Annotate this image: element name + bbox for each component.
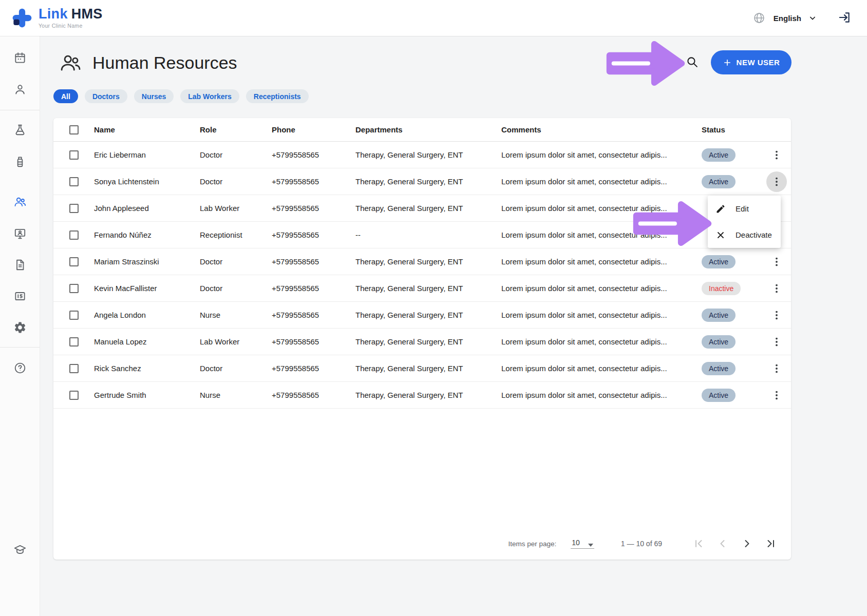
settings-gear-icon: [13, 321, 27, 334]
users-table-card: Name Role Phone Departments Comments Sta…: [53, 118, 791, 560]
row-checkbox[interactable]: [69, 150, 79, 160]
select-all-checkbox[interactable]: [69, 125, 79, 134]
filter-chip-nurses[interactable]: Nurses: [134, 89, 174, 103]
status-badge: Active: [702, 335, 736, 349]
sidebar-item-medicines[interactable]: [9, 150, 31, 173]
role-filter-chips: All Doctors Nurses Lab Workers Reception…: [53, 89, 309, 103]
chevron-down-icon[interactable]: [807, 13, 818, 23]
sidebar-item-human-resources[interactable]: [9, 190, 31, 213]
row-checkbox[interactable]: [69, 337, 79, 346]
row-checkbox[interactable]: [69, 311, 79, 320]
table-row: Angela London Nurse +5799558565 Therapy,…: [53, 302, 791, 329]
filter-chip-receptionists[interactable]: Receptionists: [246, 89, 309, 103]
row-phone: +5799558565: [272, 311, 355, 319]
sidebar-item-invoices[interactable]: [9, 254, 31, 276]
sidebar-item-settings[interactable]: [9, 316, 31, 339]
row-departments: Therapy, General Surgery, ENT: [355, 284, 501, 293]
pagination-range: 1 — 10 of 69: [621, 540, 662, 548]
row-name: John Appleseed: [94, 204, 200, 213]
brand-hms: HMS: [71, 6, 103, 22]
first-page-button[interactable]: [692, 537, 705, 550]
items-per-page-value: 10: [572, 538, 580, 547]
row-phone: +5799558565: [272, 230, 355, 239]
row-departments: Therapy, General Surgery, ENT: [355, 177, 501, 186]
row-name: Rick Sanchez: [94, 364, 200, 373]
row-menu-button[interactable]: [766, 171, 787, 192]
next-page-button[interactable]: [740, 537, 753, 550]
status-badge: Active: [702, 309, 736, 322]
row-checkbox[interactable]: [69, 204, 79, 213]
monitor-icon: [13, 227, 27, 240]
patient-icon: [13, 83, 27, 96]
row-comments: Lorem ipsum dolor sit amet, consectetur …: [501, 311, 702, 319]
menu-item-deactivate[interactable]: Deactivate: [708, 222, 781, 248]
filter-chip-lab-workers[interactable]: Lab Workers: [180, 89, 239, 103]
logout-icon: [838, 11, 851, 24]
status-badge: Active: [702, 362, 736, 375]
items-per-page-label: Items per page:: [508, 540, 556, 548]
row-checkbox[interactable]: [69, 177, 79, 186]
logout-button[interactable]: [837, 11, 852, 25]
row-name: Kevin MacFallister: [94, 284, 200, 293]
row-checkbox[interactable]: [69, 257, 79, 266]
row-checkbox[interactable]: [69, 284, 79, 293]
col-header-role: Role: [200, 125, 272, 134]
kebab-menu-icon: [771, 256, 782, 267]
row-comments: Lorem ipsum dolor sit amet, consectetur …: [501, 257, 702, 266]
help-icon: [13, 361, 27, 375]
menu-item-edit-label: Edit: [736, 204, 749, 213]
table-header-row: Name Role Phone Departments Comments Sta…: [53, 118, 791, 142]
search-icon: [686, 55, 699, 68]
table-row: Kevin MacFallister Doctor +5799558565 Th…: [53, 275, 791, 302]
new-user-button[interactable]: NEW USER: [711, 50, 791, 74]
col-header-departments: Departments: [355, 125, 501, 134]
table-row: Manuela Lopez Lab Worker +5799558565 The…: [53, 329, 791, 355]
row-phone: +5799558565: [272, 257, 355, 266]
sidebar: [0, 36, 40, 616]
row-checkbox[interactable]: [69, 230, 79, 240]
row-phone: +5799558565: [272, 337, 355, 346]
search-button[interactable]: [684, 55, 700, 70]
row-menu-button[interactable]: [766, 305, 787, 325]
filter-chip-doctors[interactable]: Doctors: [85, 89, 127, 103]
sidebar-item-accounting[interactable]: [9, 285, 31, 307]
row-menu-button[interactable]: [766, 278, 787, 299]
row-phone: +5799558565: [272, 150, 355, 159]
items-per-page-select[interactable]: 10: [571, 538, 594, 549]
row-phone: +5799558565: [272, 177, 355, 186]
sidebar-item-help[interactable]: [9, 357, 31, 379]
sidebar-item-lab[interactable]: [9, 119, 31, 141]
row-role: Doctor: [200, 177, 272, 186]
row-role: Doctor: [200, 257, 272, 266]
row-role: Nurse: [200, 391, 272, 399]
sidebar-divider: [0, 347, 40, 348]
sidebar-item-education[interactable]: [9, 538, 31, 561]
lab-flask-icon: [13, 123, 27, 137]
row-role: Doctor: [200, 150, 272, 159]
row-role: Doctor: [200, 364, 272, 373]
row-menu-button[interactable]: [766, 252, 787, 272]
row-checkbox[interactable]: [69, 391, 79, 400]
education-icon: [13, 543, 27, 556]
table-row: Eric Lieberman Doctor +5799558565 Therap…: [53, 142, 791, 168]
row-menu-button[interactable]: [766, 385, 787, 406]
language-selector-label[interactable]: English: [774, 14, 801, 23]
filter-chip-all[interactable]: All: [53, 89, 78, 103]
row-phone: +5799558565: [272, 204, 355, 213]
accounting-icon: [13, 290, 27, 303]
sidebar-item-workstation[interactable]: [9, 222, 31, 245]
row-phone: +5799558565: [272, 391, 355, 399]
row-checkbox[interactable]: [69, 364, 79, 373]
row-menu-button[interactable]: [766, 358, 787, 379]
sidebar-item-patients[interactable]: [9, 78, 31, 101]
menu-item-edit[interactable]: Edit: [708, 196, 781, 222]
last-page-button[interactable]: [764, 537, 778, 550]
page-title: Human Resources: [92, 53, 237, 73]
calendar-icon: [13, 51, 27, 65]
row-menu-button[interactable]: [766, 145, 787, 165]
sidebar-item-schedule[interactable]: [9, 47, 31, 69]
row-menu-button[interactable]: [766, 332, 787, 352]
medicine-bottle-icon: [13, 155, 27, 168]
row-departments: Therapy, General Surgery, ENT: [355, 311, 501, 319]
previous-page-button[interactable]: [716, 537, 729, 550]
